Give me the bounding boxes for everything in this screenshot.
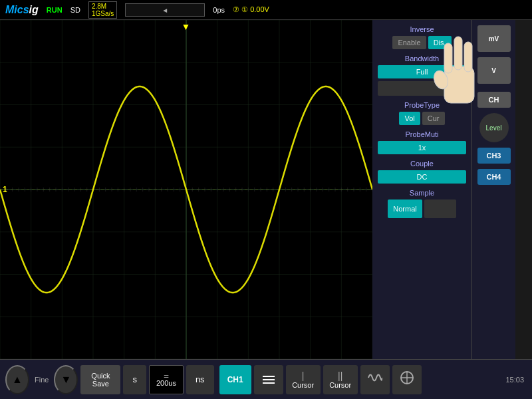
couple-section: Couple DC	[378, 160, 466, 184]
probe-muti-section: ProbeMuti 1x	[378, 130, 466, 154]
probe-type-section: ProbeType Vol Cur	[378, 101, 466, 125]
fine-label: Fine	[32, 376, 51, 384]
sample-normal-btn[interactable]: Normal	[388, 200, 422, 218]
bottom-bar: ▲ Fine ▼ Quick Save s ⚌ 200us ns CH1 | C…	[0, 359, 532, 399]
level-knob[interactable]: Level	[479, 113, 509, 142]
probe-type-controls: Vol Cur	[378, 112, 466, 125]
ch3-button[interactable]: CH3	[477, 148, 511, 164]
run-status: RUN	[47, 6, 63, 14]
channel-voltage: ⑦ ① 0.00V	[233, 5, 269, 14]
cursor1-button[interactable]: | Cursor	[286, 365, 321, 394]
mem-size: 2.8M	[92, 3, 114, 10]
sample-label: Sample	[378, 189, 466, 197]
cursor1-icon: |	[302, 370, 305, 381]
side-buttons: mV V CH Level CH3 CH4	[472, 20, 515, 359]
probe-type-label: ProbeType	[378, 101, 466, 109]
sample-empty	[424, 200, 456, 218]
trigger-time: 0ps	[213, 6, 225, 14]
timebase-ruler-icon: ⚌	[164, 372, 169, 379]
inverse-controls: Enable Dis.	[378, 36, 466, 49]
circle-menu-button[interactable]	[392, 365, 422, 394]
inverse-label: Inverse	[378, 25, 466, 33]
probe-muti-label: ProbeMuti	[378, 130, 466, 138]
probe-cur-btn[interactable]: Cur	[422, 112, 445, 125]
down-arrow-button[interactable]: ▼	[54, 365, 78, 394]
bandwidth-label: Bandwidth	[378, 55, 466, 63]
ch1-button[interactable]: CH1	[219, 365, 251, 394]
storage-label: SD	[70, 6, 80, 14]
ns-button[interactable]: ns	[186, 365, 214, 394]
sample-controls: Normal	[378, 200, 466, 218]
trigger-marker: ▼	[182, 21, 191, 32]
ch1-indicator: 1	[3, 185, 7, 194]
v-button[interactable]: V	[477, 57, 511, 84]
ch4-button[interactable]: CH4	[477, 169, 511, 185]
sample-section: Sample Normal	[378, 189, 466, 218]
menu-line-2	[263, 379, 275, 380]
cursor2-label: Cursor	[329, 381, 351, 389]
quick-save-button[interactable]: Quick Save	[80, 365, 120, 394]
bandwidth-section: Bandwidth Full	[378, 55, 466, 96]
cursor2-icon: ||	[338, 370, 342, 381]
memory-info: 2.8M 1GSa/s	[88, 1, 117, 19]
mv-button[interactable]: mV	[477, 25, 511, 52]
couple-dc-btn[interactable]: DC	[378, 170, 466, 184]
timebase-display: ⚌ 200us	[149, 365, 184, 394]
couple-label: Couple	[378, 160, 466, 168]
s-button[interactable]: s	[123, 365, 146, 394]
scope-screen: 1 ▼	[0, 20, 372, 359]
inverse-section: Inverse Enable Dis.	[378, 25, 466, 49]
probe-vol-btn[interactable]: Vol	[399, 112, 420, 125]
top-bar: Micsig RUN SD 2.8M 1GSa/s ◄ 0ps ⑦ ① 0.00…	[0, 0, 532, 20]
main-area: 1 ▼ Inverse Enable Dis. Bandwidth Full P…	[0, 20, 532, 359]
app-logo: Micsig	[5, 4, 39, 16]
menu-line-1	[263, 376, 275, 377]
cursor1-label: Cursor	[292, 381, 314, 389]
trigger-position-marker: ◄	[162, 6, 168, 13]
wave-button[interactable]	[360, 365, 390, 394]
sample-rate: 1GSa/s	[92, 10, 114, 17]
bandwidth-empty	[378, 81, 466, 96]
menu-line-3	[263, 382, 275, 384]
right-panel: Inverse Enable Dis. Bandwidth Full Probe…	[372, 20, 472, 359]
ch2-button[interactable]: CH	[477, 92, 511, 108]
wave-icon	[368, 371, 382, 384]
menu-button[interactable]	[254, 365, 283, 394]
probe-muti-value-btn[interactable]: 1x	[378, 141, 466, 154]
timebase-value: 200us	[156, 379, 176, 387]
time-clock: 15:03	[505, 376, 527, 384]
cursor2-button[interactable]: || Cursor	[323, 365, 358, 394]
up-arrow-button[interactable]: ▲	[5, 365, 29, 394]
circle-menu-icon	[400, 370, 414, 385]
inverse-enable-btn[interactable]: Enable	[392, 36, 426, 49]
bandwidth-full-btn[interactable]: Full	[378, 65, 466, 78]
inverse-disable-btn[interactable]: Dis.	[428, 36, 452, 49]
